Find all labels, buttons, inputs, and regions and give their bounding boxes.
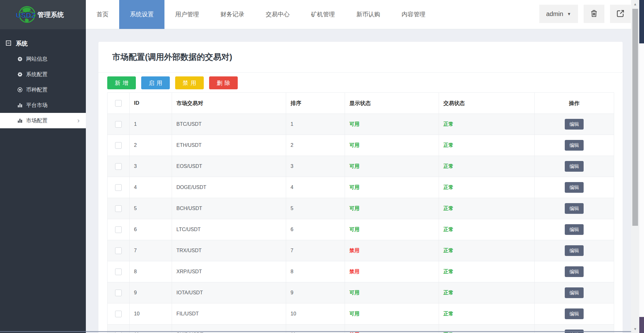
tab-system-settings[interactable]: 系统设置	[119, 0, 164, 29]
outer-scrollbar-bottom	[639, 317, 644, 333]
dot-circle-icon	[17, 87, 23, 92]
tab-home[interactable]: 首页	[86, 0, 119, 29]
table-row: 3 EOS/USDT 3 可用 正常 编辑	[108, 156, 614, 177]
sidebar-item-platform-market[interactable]: 平台市场	[0, 97, 86, 113]
edit-button[interactable]: 编辑	[565, 266, 584, 277]
cell-trade-status: 正常	[439, 177, 535, 198]
top-navbar: USDZ 管理系统 首页 系统设置 用户管理 财务记录 交易中心 矿机管理 新币…	[0, 0, 644, 29]
select-all-checkbox[interactable]	[115, 100, 122, 107]
cell-display-status: 禁用	[345, 261, 439, 282]
row-checkbox[interactable]	[115, 142, 122, 149]
cell-pair: TRX/USDT	[172, 240, 286, 261]
vertical-scrollbar[interactable]: ▲ ▼	[631, 0, 639, 333]
cell-sort: 4	[286, 177, 345, 198]
tab-miner-management[interactable]: 矿机管理	[300, 0, 346, 29]
table-row: 1 BTC/USDT 1 可用 正常 编辑	[108, 114, 614, 135]
cell-pair: DOGE/USDT	[172, 177, 286, 198]
app-name: 管理系统	[37, 10, 64, 19]
row-checkbox[interactable]	[115, 184, 122, 191]
edit-button[interactable]: 编辑	[565, 224, 584, 235]
cell-display-status: 可用	[345, 282, 439, 303]
col-header-sort: 排序	[286, 93, 345, 114]
cell-pair: BTC/USDT	[172, 114, 286, 135]
cell-display-status: 可用	[345, 114, 439, 135]
edit-button[interactable]: 编辑	[565, 245, 584, 256]
cell-trade-status: 正常	[439, 303, 535, 325]
market-config-card: 市场配置(调用外部数据的交易对) 新增 启用 禁用 删除 ID 市场交易对 排序…	[98, 42, 623, 333]
tab-content-management[interactable]: 内容管理	[391, 0, 436, 29]
edit-button[interactable]: 编辑	[565, 119, 584, 130]
edit-button[interactable]: 编辑	[565, 203, 584, 214]
cell-id: 3	[130, 156, 172, 177]
cell-pair: EOS/USDT	[172, 156, 286, 177]
horizontal-scrollbar[interactable]	[0, 331, 631, 332]
logo-text: USDZ	[16, 11, 36, 19]
cell-display-status: 可用	[345, 303, 439, 325]
table-row: 6 LTC/USDT 6 可用 正常 编辑	[108, 219, 614, 240]
sidebar-item-label: 系统配置	[26, 71, 47, 78]
main-nav: 首页 系统设置 用户管理 财务记录 交易中心 矿机管理 新币认购 内容管理	[86, 0, 436, 29]
row-checkbox[interactable]	[115, 121, 122, 128]
logo: USDZ 管理系统	[0, 0, 86, 29]
edit-button[interactable]: 编辑	[565, 161, 584, 172]
user-menu-button[interactable]: admin ▼	[539, 5, 578, 23]
tab-user-management[interactable]: 用户管理	[164, 0, 210, 29]
table-row: 4 DOGE/USDT 4 可用 正常 编辑	[108, 177, 614, 198]
sidebar-item-system-config[interactable]: 系统配置	[0, 67, 86, 82]
cell-sort: 3	[286, 156, 345, 177]
outer-scrollbar-thumb[interactable]	[639, 0, 644, 43]
row-checkbox[interactable]	[115, 311, 122, 317]
edit-button[interactable]: 编辑	[565, 182, 584, 193]
tab-trade-center[interactable]: 交易中心	[255, 0, 300, 29]
row-checkbox[interactable]	[115, 205, 122, 212]
enable-button[interactable]: 启用	[141, 76, 170, 89]
scrollbar-thumb[interactable]	[632, 9, 638, 226]
cell-trade-status: 正常	[439, 114, 535, 135]
sidebar-item-site-info[interactable]: 网站信息	[0, 51, 86, 67]
cell-display-status: 可用	[345, 198, 439, 219]
outer-scrollbar[interactable]	[639, 0, 644, 333]
cell-pair: LTC/USDT	[172, 219, 286, 240]
col-header-pair: 市场交易对	[172, 93, 286, 114]
trash-button[interactable]	[584, 5, 604, 23]
toolbar: 新增 启用 禁用 删除	[98, 73, 623, 92]
sidebar-item-label: 网站信息	[26, 55, 47, 63]
share-button[interactable]	[610, 5, 631, 23]
edit-button[interactable]: 编辑	[565, 140, 584, 151]
col-header-trade-status: 交易状态	[439, 93, 535, 114]
scroll-down-icon[interactable]: ▼	[631, 327, 639, 331]
trash-icon	[590, 9, 598, 19]
row-checkbox[interactable]	[115, 269, 122, 275]
cell-trade-status: 正常	[439, 198, 535, 219]
cell-pair: XRP/USDT	[172, 261, 286, 282]
delete-button[interactable]: 删除	[209, 76, 238, 89]
table-header-row: ID 市场交易对 排序 显示状态 交易状态 操作	[108, 93, 614, 114]
disable-button[interactable]: 禁用	[175, 76, 204, 89]
cell-id: 1	[130, 114, 172, 135]
share-icon	[616, 9, 625, 19]
row-checkbox[interactable]	[115, 226, 122, 233]
edit-button[interactable]: 编辑	[565, 287, 584, 298]
sidebar-group-system[interactable]: 系统	[0, 36, 86, 51]
cell-display-status: 可用	[345, 177, 439, 198]
tab-new-coin[interactable]: 新币认购	[346, 0, 391, 29]
sidebar-group-label: 系统	[16, 40, 28, 48]
cell-id: 8	[130, 261, 172, 282]
table-row: 9 IOTA/USDT 9 可用 正常 编辑	[108, 282, 614, 303]
cell-trade-status: 正常	[439, 240, 535, 261]
sidebar-item-market-config[interactable]: 市场配置 ›	[0, 113, 86, 128]
scroll-up-icon[interactable]: ▲	[631, 2, 639, 6]
cell-pair: BCH/USDT	[172, 198, 286, 219]
sidebar-item-coin-config[interactable]: 币种配置	[0, 82, 86, 97]
cell-id: 2	[130, 135, 172, 156]
tab-finance-records[interactable]: 财务记录	[210, 0, 255, 29]
col-header-id: ID	[130, 93, 172, 114]
row-checkbox[interactable]	[115, 163, 122, 170]
table-row: 8 XRP/USDT 8 禁用 正常 编辑	[108, 261, 614, 282]
row-checkbox[interactable]	[115, 247, 122, 254]
row-checkbox[interactable]	[115, 290, 122, 296]
add-button[interactable]: 新增	[107, 76, 136, 89]
edit-button[interactable]: 编辑	[565, 308, 584, 319]
cell-pair: IOTA/USDT	[172, 282, 286, 303]
cell-id: 7	[130, 240, 172, 261]
